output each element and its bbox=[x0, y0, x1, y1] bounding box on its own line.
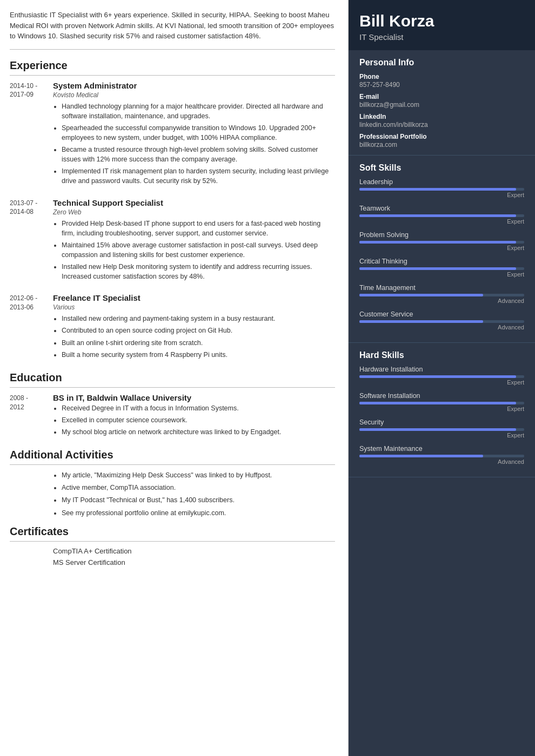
exp-job-title: Technical Support Specialist bbox=[53, 198, 335, 207]
soft-skill-row: Time Management Advanced bbox=[359, 284, 524, 304]
edu-bullets: Received Degree in IT with a focus in In… bbox=[53, 403, 335, 437]
skill-name: Teamwork bbox=[359, 205, 524, 212]
skill-name: System Maintenance bbox=[359, 445, 524, 453]
exp-bullet: Maintained 15% above average customer sa… bbox=[62, 240, 335, 260]
exp-date: 2014-10 - 2017-09 bbox=[10, 81, 53, 188]
skill-level: Expert bbox=[359, 271, 524, 278]
experience-entry: 2014-10 - 2017-09System AdministratorKov… bbox=[10, 81, 335, 188]
edu-title: BS in IT, Baldwin Wallace University bbox=[53, 393, 335, 402]
soft-skills-section: Soft Skills Leadership Expert Teamwork E… bbox=[349, 156, 535, 343]
exp-bullets: Handled technology planning for a major … bbox=[53, 102, 335, 186]
edu-content: BS in IT, Baldwin Wallace UniversityRece… bbox=[53, 393, 335, 439]
exp-bullet: Became a trusted resource through high-l… bbox=[62, 145, 335, 164]
skill-level: Expert bbox=[359, 379, 524, 386]
skill-bar-fill bbox=[359, 267, 516, 270]
right-column: Bill Korza IT Specialist Personal Info P… bbox=[349, 0, 535, 756]
exp-date: 2013-07 - 2014-08 bbox=[10, 198, 53, 284]
skill-name: Time Management bbox=[359, 284, 524, 292]
exp-job-title: System Administrator bbox=[53, 81, 335, 90]
skill-bar-fill bbox=[359, 402, 516, 404]
skill-bar-fill bbox=[359, 320, 483, 323]
skill-bar-bg bbox=[359, 428, 524, 431]
exp-bullet: Installed new ordering and payment-takin… bbox=[62, 314, 335, 323]
activity-item: See my professional portfolio online at … bbox=[62, 508, 335, 518]
soft-skills-title: Soft Skills bbox=[359, 163, 524, 173]
exp-company: Zero Web bbox=[53, 208, 335, 216]
skill-bar-bg bbox=[359, 267, 524, 270]
skill-bar-fill bbox=[359, 214, 516, 217]
skill-name: Critical Thinking bbox=[359, 258, 524, 265]
activities-section: Additional Activities My article, "Maxim… bbox=[10, 449, 335, 518]
phone-value: 857-257-8490 bbox=[359, 81, 524, 89]
exp-bullet: Implemented IT risk management plan to h… bbox=[62, 166, 335, 186]
exp-bullet: Installed new Help Desk monitoring syste… bbox=[62, 262, 335, 281]
edu-date: 2008 - 2012 bbox=[10, 393, 53, 439]
skill-bar-fill bbox=[359, 375, 516, 378]
left-column: Enthusiastic IT Specialist with 6+ years… bbox=[0, 0, 349, 756]
skill-bar-bg bbox=[359, 402, 524, 404]
exp-bullet: Provided Help Desk-based IT phone suppor… bbox=[62, 219, 335, 238]
experience-section: Experience 2014-10 - 2017-09System Admin… bbox=[10, 59, 335, 362]
exp-bullet: Built a home security system from 4 Rasp… bbox=[62, 350, 335, 360]
soft-skill-row: Teamwork Expert bbox=[359, 205, 524, 225]
hard-skills-title: Hard Skills bbox=[359, 350, 524, 360]
hard-skill-row: System Maintenance Advanced bbox=[359, 445, 524, 465]
activity-item: Active member, CompTIA association. bbox=[62, 483, 335, 492]
exp-content: System AdministratorKovisto MedicalHandl… bbox=[53, 81, 335, 188]
skill-bar-fill bbox=[359, 455, 483, 457]
edu-bullet: My school blog article on network archit… bbox=[62, 427, 335, 437]
personal-info-section: Personal Info Phone 857-257-8490 E-mail … bbox=[349, 50, 535, 156]
personal-info-title: Personal Info bbox=[359, 58, 524, 68]
skill-level: Advanced bbox=[359, 324, 524, 330]
soft-skill-row: Customer Service Advanced bbox=[359, 310, 524, 330]
education-section: Education 2008 - 2012BS in IT, Baldwin W… bbox=[10, 372, 335, 439]
soft-skill-row: Critical Thinking Expert bbox=[359, 258, 524, 278]
skill-level: Expert bbox=[359, 406, 524, 412]
edu-bullet: Excelled in computer science coursework. bbox=[62, 415, 335, 425]
certificates-title: Certificates bbox=[10, 525, 335, 542]
activities-list: My article, "Maximizing Help Desk Succes… bbox=[10, 470, 335, 518]
hard-skill-row: Security Expert bbox=[359, 418, 524, 438]
education-title: Education bbox=[10, 372, 335, 388]
experience-title: Experience bbox=[10, 59, 335, 76]
skill-name: Customer Service bbox=[359, 310, 524, 318]
skill-name: Hardware Installation bbox=[359, 366, 524, 373]
activities-title: Additional Activities bbox=[10, 449, 335, 465]
skill-bar-fill bbox=[359, 428, 516, 431]
skill-level: Expert bbox=[359, 432, 524, 438]
email-value: billkorza@gmail.com bbox=[359, 101, 524, 109]
activity-item: My article, "Maximizing Help Desk Succes… bbox=[62, 470, 335, 480]
profile-header: Bill Korza IT Specialist bbox=[349, 0, 535, 50]
exp-date: 2012-06 - 2013-06 bbox=[10, 293, 53, 362]
exp-bullet: Handled technology planning for a major … bbox=[62, 102, 335, 121]
skill-bar-bg bbox=[359, 214, 524, 217]
phone-label: Phone bbox=[359, 73, 524, 80]
skill-bar-bg bbox=[359, 375, 524, 378]
portfolio-label: Professional Portfolio bbox=[359, 133, 524, 140]
education-entry: 2008 - 2012BS in IT, Baldwin Wallace Uni… bbox=[10, 393, 335, 439]
skill-bar-bg bbox=[359, 188, 524, 191]
profile-name: Bill Korza bbox=[359, 12, 524, 30]
linkedin-value: linkedin.com/in/billkorza bbox=[359, 121, 524, 129]
hard-skill-row: Software Installation Expert bbox=[359, 392, 524, 412]
summary-text: Enthusiastic IT Specialist with 6+ years… bbox=[10, 10, 335, 50]
exp-company: Various bbox=[53, 303, 335, 311]
skill-name: Problem Solving bbox=[359, 231, 524, 239]
profile-title: IT Specialist bbox=[359, 32, 524, 42]
skill-level: Advanced bbox=[359, 458, 524, 465]
exp-bullet: Built an online t-shirt ordering site fr… bbox=[62, 338, 335, 348]
portfolio-value: billkorza.com bbox=[359, 141, 524, 148]
skill-level: Expert bbox=[359, 192, 524, 198]
skill-level: Advanced bbox=[359, 298, 524, 304]
exp-company: Kovisto Medical bbox=[53, 91, 335, 99]
skill-bar-bg bbox=[359, 455, 524, 457]
skill-name: Leadership bbox=[359, 178, 524, 186]
soft-skill-row: Leadership Expert bbox=[359, 178, 524, 198]
edu-bullet: Received Degree in IT with a focus in In… bbox=[62, 403, 335, 413]
exp-content: Freelance IT SpecialistVariousInstalled … bbox=[53, 293, 335, 362]
skill-bar-fill bbox=[359, 241, 516, 244]
cert-item: CompTIA A+ Certification bbox=[10, 547, 335, 555]
hard-skill-row: Hardware Installation Expert bbox=[359, 366, 524, 386]
exp-content: Technical Support SpecialistZero WebProv… bbox=[53, 198, 335, 284]
cert-item: MS Server Certification bbox=[10, 558, 335, 566]
